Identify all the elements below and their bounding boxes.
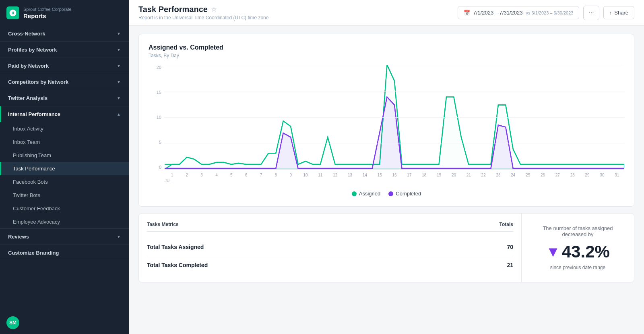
chart-plot — [165, 65, 624, 170]
nav-inbox-activity[interactable]: Inbox Activity — [0, 122, 129, 135]
calendar-icon: 📅 — [464, 10, 470, 16]
chevron-up-icon: ▲ — [117, 112, 121, 116]
date-compare-text: vs 6/1/2023 – 6/30/2023 — [526, 10, 573, 15]
chart-legend: Assigned Completed — [149, 191, 624, 197]
grid-line — [165, 91, 624, 91]
x-label: 12 — [328, 173, 343, 177]
x-label: 31 — [609, 173, 624, 177]
metrics-insight: The number of tasks assigned decreased b… — [521, 214, 634, 282]
nav-inbox-team[interactable]: Inbox Team — [0, 135, 129, 149]
nav-twitter-analysis[interactable]: Twitter Analysis ▼ — [0, 90, 129, 106]
nav-cross-network[interactable]: Cross-Network ▼ — [0, 26, 129, 41]
x-label: 16 — [387, 173, 402, 177]
x-label: 7 — [254, 173, 268, 177]
star-icon[interactable]: ☆ — [211, 6, 217, 13]
nav-employee-advocacy[interactable]: Employee Advocacy — [0, 215, 129, 228]
chevron-down-icon: ▼ — [117, 31, 121, 36]
completed-dot — [388, 191, 393, 196]
nav-publishing-team[interactable]: Publishing Team — [0, 149, 129, 162]
x-label: 13 — [343, 173, 357, 177]
page-header: Task Performance ☆ Report is in the Univ… — [129, 0, 644, 26]
metrics-header-label: Tasks Metrics — [147, 222, 179, 227]
brand-logo — [6, 6, 19, 19]
page-content: Assigned vs. Completed Tasks, By Day 20 … — [129, 26, 644, 334]
insight-value: 43.2% — [562, 242, 610, 261]
nav-facebook-bots[interactable]: Facebook Bots — [0, 175, 129, 189]
nav-twitter-bots[interactable]: Twitter Bots — [0, 189, 129, 202]
avatar[interactable]: SM — [6, 316, 19, 329]
sidebar-nav: Cross-Network ▼ Profiles by Network ▼ Pa… — [0, 24, 129, 311]
header-right: 📅 7/1/2023 – 7/31/2023 vs 6/1/2023 – 6/3… — [458, 6, 634, 20]
chart-area: 20 15 10 5 0 — [149, 65, 624, 186]
nav-competitors-by-network[interactable]: Competitors by Network ▼ — [0, 74, 129, 90]
x-label: 11 — [313, 173, 328, 177]
sidebar: Sprout Coffee Corporate Reports Cross-Ne… — [0, 0, 129, 334]
chevron-down-icon: ▼ — [117, 80, 121, 84]
x-label: 8 — [268, 173, 283, 177]
date-range-button[interactable]: 📅 7/1/2023 – 7/31/2023 vs 6/1/2023 – 6/3… — [458, 6, 580, 19]
x-label: 3 — [194, 173, 209, 177]
nav-task-performance[interactable]: Task Performance — [0, 162, 129, 175]
nav-customer-feedback[interactable]: Customer Feedback — [0, 202, 129, 215]
insight-number: ▼ 43.2% — [546, 242, 610, 261]
nav-customize-branding[interactable]: Customize Branding — [0, 245, 129, 261]
nav-paid-by-network[interactable]: Paid by Network ▼ — [0, 58, 129, 74]
x-label: 30 — [594, 173, 609, 177]
chart-label: Tasks, By Day — [149, 53, 624, 58]
metrics-header-total: Totals — [500, 222, 513, 227]
chart-card: Assigned vs. Completed Tasks, By Day 20 … — [138, 34, 634, 207]
x-label: 1JUL — [165, 173, 180, 177]
nav-profiles-by-network[interactable]: Profiles by Network ▼ — [0, 42, 129, 58]
y-axis: 20 15 10 5 0 — [149, 65, 165, 170]
insight-since: since previous date range — [550, 265, 605, 270]
legend-completed: Completed — [388, 191, 421, 197]
x-label: 27 — [550, 173, 565, 177]
x-label: 15 — [372, 173, 387, 177]
page-title: Task Performance ☆ — [138, 5, 268, 14]
chevron-down-icon: ▼ — [117, 48, 121, 52]
share-icon: ↑ — [609, 10, 612, 16]
x-label: 6 — [239, 173, 254, 177]
x-label: 20 — [446, 173, 461, 177]
metric-completed-value: 21 — [507, 262, 513, 268]
x-label: 2 — [180, 173, 194, 177]
chevron-down-icon: ▼ — [117, 64, 121, 68]
x-label: 23 — [491, 173, 506, 177]
x-axis: 1JUL234567891011121314151617181920212223… — [165, 170, 624, 186]
sidebar-bottom: SM — [0, 311, 129, 334]
brand-title: Reports — [23, 12, 72, 19]
page-subtitle: Report is in the Universal Time Coordina… — [138, 15, 268, 21]
chart-title: Assigned vs. Completed — [149, 44, 624, 51]
metric-assigned-value: 70 — [507, 244, 513, 250]
grid-line — [165, 143, 624, 143]
down-arrow-icon: ▼ — [546, 243, 560, 260]
main-content: Task Performance ☆ Report is in the Univ… — [129, 0, 644, 334]
x-label: 21 — [461, 173, 476, 177]
grid-line — [165, 117, 624, 118]
x-label: 22 — [476, 173, 491, 177]
x-label: 9 — [283, 173, 298, 177]
x-label: 18 — [417, 173, 431, 177]
insight-text: The number of tasks assigned decreased b… — [531, 225, 624, 237]
metrics-table: Tasks Metrics Totals Total Tasks Assigne… — [139, 214, 521, 282]
x-label: 24 — [506, 173, 520, 177]
metric-completed-label: Total Tasks Completed — [147, 262, 208, 268]
date-range-text: 7/1/2023 – 7/31/2023 — [473, 10, 523, 16]
x-label: 25 — [520, 173, 535, 177]
x-label: 10 — [298, 173, 313, 177]
grid-line — [165, 65, 624, 65]
x-label: 14 — [357, 173, 372, 177]
nav-internal-performance[interactable]: Internal Performance ▲ — [0, 106, 129, 122]
x-label: 17 — [402, 173, 417, 177]
metrics-card: Tasks Metrics Totals Total Tasks Assigne… — [138, 213, 634, 282]
x-label: 28 — [565, 173, 580, 177]
x-label: 4 — [209, 173, 224, 177]
more-options-button[interactable]: ··· — [583, 6, 599, 20]
metric-row-completed: Total Tasks Completed 21 — [147, 256, 513, 274]
chevron-down-icon: ▼ — [117, 96, 121, 100]
x-label: 19 — [431, 173, 446, 177]
assigned-dot — [352, 191, 357, 196]
nav-reviews[interactable]: Reviews ▼ — [0, 229, 129, 245]
x-label: 29 — [580, 173, 595, 177]
share-button[interactable]: ↑ Share — [603, 6, 634, 19]
